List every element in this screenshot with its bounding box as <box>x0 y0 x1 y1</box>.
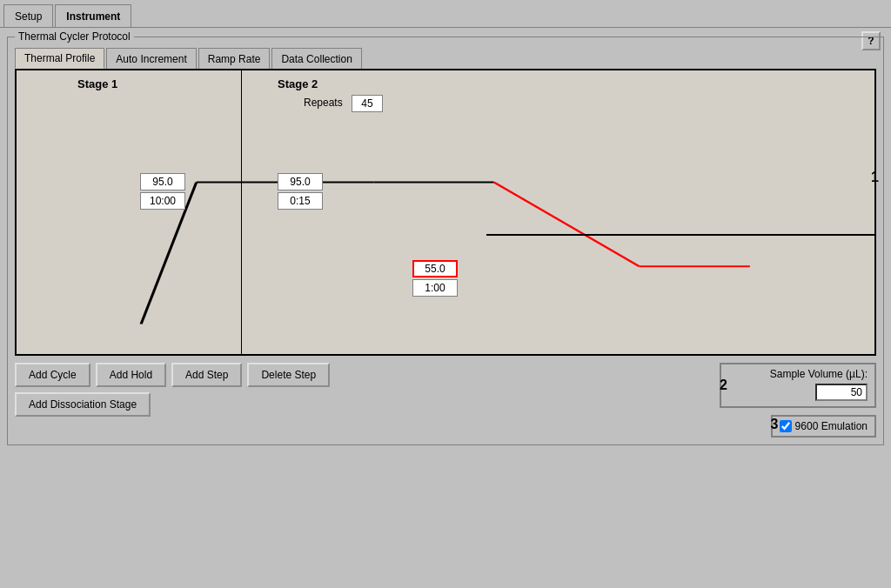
profile-area: Stage 1 Stage 2 Repeats 95.0 10:00 95.0 … <box>15 69 876 356</box>
add-dissociation-button[interactable]: Add Dissociation Stage <box>15 392 151 417</box>
add-step-button[interactable]: Add Step <box>171 363 242 387</box>
tab-setup[interactable]: Setup <box>3 4 53 27</box>
emulation-checkbox[interactable] <box>780 420 792 432</box>
tab-thermal-profile[interactable]: Thermal Profile <box>15 48 104 69</box>
svg-line-3 <box>494 182 640 266</box>
tab-instrument[interactable]: Instrument <box>55 4 131 27</box>
profile-chart <box>17 70 874 354</box>
stage2-step1-temp[interactable]: 95.0 <box>278 173 323 190</box>
tab-auto-increment[interactable]: Auto Increment <box>106 48 196 69</box>
tab-ramp-rate[interactable]: Ramp Rate <box>198 48 271 69</box>
inner-tabs: Thermal Profile Auto Increment Ramp Rate… <box>15 48 876 69</box>
delete-step-button[interactable]: Delete Step <box>247 363 330 387</box>
stage1-temp[interactable]: 95.0 <box>140 173 185 190</box>
add-cycle-button[interactable]: Add Cycle <box>15 363 90 387</box>
stage2-step2-temp[interactable]: 55.0 <box>412 260 458 277</box>
button-row-2: Add Dissociation Stage <box>15 392 330 417</box>
annotation-2: 2 <box>720 378 727 393</box>
bottom-controls: Add Cycle Add Hold Add Step Delete Step … <box>15 363 876 438</box>
stage2-step1-time[interactable]: 0:15 <box>278 192 323 210</box>
protocol-group: Thermal Cycler Protocol Thermal Profile … <box>7 37 884 445</box>
emulation-label: 9600 Emulation <box>795 420 868 432</box>
sample-volume-input[interactable] <box>815 384 868 401</box>
annotation-1: 1 <box>871 170 879 185</box>
protocol-group-label: Thermal Cycler Protocol <box>15 30 134 43</box>
sample-volume-label: Sample Volume (µL): <box>770 368 868 380</box>
sample-volume-group: Sample Volume (µL): <box>720 363 876 408</box>
emulation-group: 9600 Emulation <box>771 415 876 438</box>
button-column: Add Cycle Add Hold Add Step Delete Step … <box>15 363 330 417</box>
button-row-1: Add Cycle Add Hold Add Step Delete Step <box>15 363 330 387</box>
annotation-line-1 <box>486 234 874 236</box>
add-hold-button[interactable]: Add Hold <box>96 363 166 387</box>
stage1-time[interactable]: 10:00 <box>140 192 185 210</box>
annotation-3: 3 <box>771 417 779 432</box>
tab-data-collection[interactable]: Data Collection <box>271 48 361 69</box>
stage2-step2-time[interactable]: 1:00 <box>412 279 458 297</box>
